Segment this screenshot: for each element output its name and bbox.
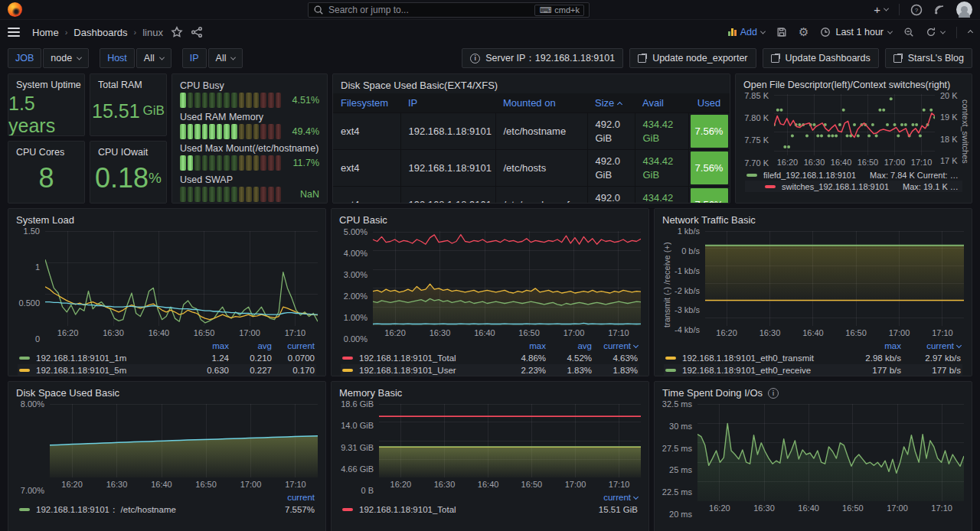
column-header-mounted-on[interactable]: Mounted on <box>495 93 587 113</box>
cpu-basic-legend[interactable]: maxavgcurrent192.168.1.18:9101_Total4.86… <box>332 339 648 376</box>
gauge-segment <box>276 155 282 171</box>
legend-header[interactable]: current <box>901 341 961 350</box>
update-node-exporter-link[interactable]: Update node_exporter <box>629 48 756 68</box>
network-traffic-legend[interactable]: maxcurrent192.168.1.18:9101_eth0_transmi… <box>655 339 972 376</box>
legend-series-name[interactable]: 192.168.1.18:9101_Total <box>359 505 577 514</box>
panel-title[interactable]: Disk Space Used Basic <box>8 382 325 401</box>
legend-series-name[interactable]: filefd_192.168.1.18:9101Max: 7.84 K Curr… <box>763 171 961 180</box>
legend-header[interactable]: avg <box>229 341 272 350</box>
axis-tick-label: 7.75 K <box>744 135 769 145</box>
star-icon[interactable] <box>171 26 183 38</box>
dashboard-toolbar: Home › Dashboards › linux Add ⚙ Last 1 h… <box>0 20 980 44</box>
legend-series-name[interactable]: switches_192.168.1.18:9101Max: 19.1 K Cu… <box>782 182 961 191</box>
legend-header[interactable]: avg <box>546 341 592 350</box>
legend-series-name[interactable]: 192.168.1.18:9101_User <box>359 366 500 375</box>
panel-title[interactable]: System Load <box>8 209 325 228</box>
column-header-filesystem[interactable]: Filesystem <box>333 93 400 113</box>
panel-title[interactable]: Disk Space Used Basic(EXT4/XFS) <box>333 74 730 93</box>
legend-header[interactable]: max <box>500 341 546 350</box>
axis-tick-label: 5.00% <box>344 227 368 236</box>
info-icon[interactable]: i <box>768 388 779 399</box>
gauge-segment <box>194 124 201 139</box>
axis-tick-label: 0.500 <box>18 298 40 308</box>
legend-series-name[interactable]: 192.168.1.18:9101_eth0_receive <box>682 366 841 375</box>
axis-tick-label: 2.00% <box>344 292 368 301</box>
legend-header[interactable]: current <box>272 341 315 350</box>
gauge-bar <box>180 124 281 139</box>
panel-title[interactable]: CPU Cores <box>8 142 84 160</box>
time-tick-label: 17:10 <box>285 328 306 337</box>
time-tick-label: 16:40 <box>802 328 824 337</box>
column-header-used[interactable]: Used <box>688 93 730 113</box>
panel-title[interactable]: System Uptime <box>8 74 84 93</box>
gauge-segment <box>260 187 266 202</box>
panel-title[interactable]: Network Traffic Basic <box>655 209 972 228</box>
openfile-legend[interactable]: filefd_192.168.1.18:9101Max: 7.84 K Curr… <box>736 168 972 197</box>
legend-value: 4.63% <box>592 353 638 363</box>
gauge-segment <box>194 93 201 108</box>
panel-title[interactable]: Total RAM <box>90 74 166 93</box>
legend-series-name[interactable]: 192.168.1.18:9101： /etc/hostname <box>36 504 261 516</box>
axis-tick-label: 7.85 K <box>744 91 769 100</box>
host-variable-select[interactable]: All <box>136 48 172 68</box>
zoom-out-icon[interactable] <box>903 27 914 37</box>
add-panel-button[interactable]: Add <box>728 27 765 37</box>
disk-table-header[interactable]: FilesystemIPMounted onSizeAvailUsed <box>333 93 730 113</box>
blog-link[interactable]: StarsL's Blog <box>885 48 972 68</box>
legend-series-name[interactable]: 192.168.1.18:9101_eth0_transmit <box>682 353 841 363</box>
legend-series-name[interactable]: 192.168.1.18:9101_1m <box>36 353 186 363</box>
gauge-segment <box>246 93 252 108</box>
new-menu-button[interactable]: + <box>874 3 888 16</box>
time-tick-label: 16:20 <box>384 328 406 337</box>
time-tick-label: 17:00 <box>565 480 586 489</box>
panel-title[interactable]: CPU IOwait <box>90 142 166 160</box>
column-header-avail[interactable]: Avail <box>635 93 688 113</box>
panel-title[interactable]: Time Spent Doing I/Os i <box>655 382 972 401</box>
search-input[interactable]: Search or jump to... ⌨cmd+k <box>308 2 590 18</box>
ip-variable-select[interactable]: All <box>208 48 243 68</box>
job-variable-select[interactable]: node <box>43 48 89 68</box>
time-range-picker[interactable]: Last 1 hour <box>820 27 892 37</box>
help-icon[interactable]: ? <box>910 4 923 16</box>
column-header-size[interactable]: Size <box>587 93 635 113</box>
panel-title[interactable]: Open File Descriptor(left)/Context switc… <box>736 74 972 93</box>
gauge-value: 11.7% <box>287 158 319 168</box>
openfile-chart: 7.85 K7.80 K7.75 K7.70 K 16:2016:3016:40… <box>736 93 972 168</box>
memory-basic-legend[interactable]: current192.168.1.18:9101_Total15.51 GiB <box>332 490 648 520</box>
disk-space-legend[interactable]: current192.168.1.18:9101： /etc/hostname7… <box>8 490 325 520</box>
legend-header[interactable]: max <box>841 341 901 350</box>
save-icon[interactable] <box>776 27 787 37</box>
panel-title[interactable]: Memory Basic <box>332 382 648 401</box>
legend-header[interactable]: current <box>261 493 315 502</box>
user-avatar[interactable] <box>956 2 972 18</box>
panel-title[interactable]: CPU Basic <box>332 209 648 228</box>
refresh-interval-dropdown[interactable] <box>940 28 946 34</box>
system-load-legend[interactable]: maxavgcurrent192.168.1.18:9101_1m1.240.2… <box>8 339 325 376</box>
time-tick-label: 17:00 <box>239 328 260 337</box>
hamburger-menu-icon[interactable] <box>8 28 20 37</box>
grafana-logo-icon[interactable] <box>8 2 22 17</box>
refresh-icon <box>926 27 936 37</box>
legend-header[interactable]: current <box>592 341 638 350</box>
breadcrumb-home[interactable]: Home <box>32 27 59 38</box>
column-header-ip[interactable]: IP <box>400 93 495 113</box>
server-ip-button[interactable]: iServer IP：192.168.1.18:9101 <box>462 48 623 68</box>
time-tick-label: 16:30 <box>434 480 456 489</box>
legend-header[interactable]: current <box>577 493 638 502</box>
axis-tick-label: 20 ms <box>669 510 692 519</box>
legend-header[interactable]: max <box>186 341 229 350</box>
time-tick-label: 16:50 <box>845 328 867 337</box>
share-icon[interactable] <box>191 26 203 38</box>
news-rss-icon[interactable] <box>933 4 946 16</box>
refresh-button[interactable] <box>926 27 945 37</box>
chevron-up-icon[interactable] <box>968 29 973 34</box>
gauge-label: CPU Busy <box>180 80 319 91</box>
legend-series-name[interactable]: 192.168.1.18:9101_5m <box>36 366 186 375</box>
legend-value: 0.227 <box>229 366 272 375</box>
breadcrumb-dashboards[interactable]: Dashboards <box>74 27 127 38</box>
update-dashboards-link[interactable]: Update Dashboards <box>763 48 879 68</box>
settings-gear-icon[interactable]: ⚙ <box>799 25 808 39</box>
legend-series-name[interactable]: 192.168.1.18:9101_Total <box>359 353 500 363</box>
panel-disk-space-chart: Disk Space Used Basic 8.00%7.00% 16:2016… <box>8 381 326 531</box>
gauge-segment <box>231 93 237 108</box>
